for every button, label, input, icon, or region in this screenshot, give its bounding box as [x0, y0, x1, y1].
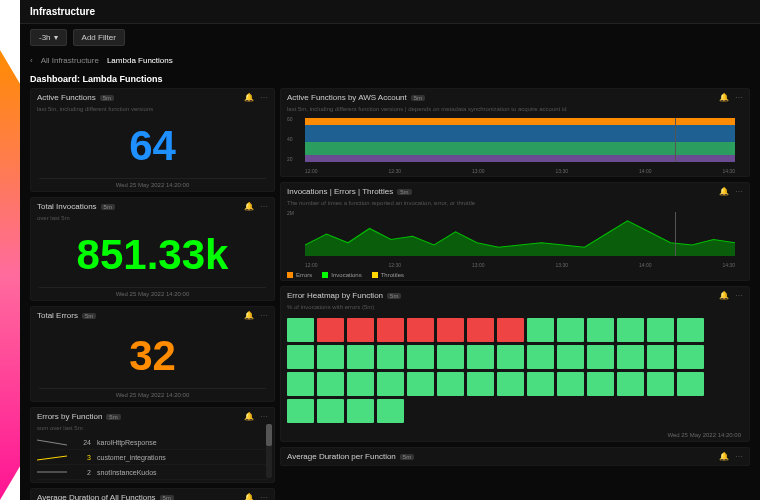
heatmap-cell[interactable] [347, 399, 374, 423]
heatmap-cell[interactable] [377, 345, 404, 369]
total-errors-value: 32 [31, 324, 274, 388]
heatmap-cell[interactable] [467, 345, 494, 369]
heatmap-cell[interactable] [287, 345, 314, 369]
heatmap-cell[interactable] [437, 372, 464, 396]
heatmap-cell[interactable] [647, 318, 674, 342]
heatmap-cell[interactable] [617, 345, 644, 369]
chart-legend: Errors Invocations Throttles [281, 270, 749, 280]
heatmap-cell[interactable] [527, 345, 554, 369]
breadcrumb-all[interactable]: All Infrastructure [41, 56, 99, 65]
bell-icon[interactable]: 🔔 [244, 202, 254, 211]
table-row[interactable]: 24karolHttpResponse [37, 435, 268, 450]
heatmap-cell[interactable] [587, 318, 614, 342]
dashboard-title: Dashboard: Lambda Functions [20, 70, 760, 88]
add-filter-button[interactable]: Add Filter [73, 29, 125, 46]
more-icon[interactable]: ⋯ [260, 93, 268, 102]
heatmap-cell[interactable] [317, 318, 344, 342]
heatmap-cell[interactable] [647, 399, 674, 423]
more-icon[interactable]: ⋯ [735, 452, 743, 461]
heatmap-cell[interactable] [677, 345, 704, 369]
heatmap-cell[interactable] [437, 345, 464, 369]
heatmap-cell[interactable] [677, 399, 704, 423]
sparkline-icon [37, 437, 67, 447]
heatmap-cell[interactable] [347, 372, 374, 396]
back-icon[interactable]: ‹ [30, 56, 33, 65]
heatmap-cell[interactable] [377, 399, 404, 423]
heatmap-cell[interactable] [347, 318, 374, 342]
heatmap-cell[interactable] [407, 372, 434, 396]
heatmap-cell[interactable] [647, 345, 674, 369]
heatmap-cell[interactable] [617, 318, 644, 342]
table-row[interactable]: 2snotInstanceKudos [37, 465, 268, 480]
heatmap-cell[interactable] [287, 399, 314, 423]
svg-line-1 [37, 456, 67, 460]
heatmap-cell[interactable] [497, 345, 524, 369]
heatmap-cell[interactable] [557, 318, 584, 342]
heatmap-cell[interactable] [287, 372, 314, 396]
heatmap-cell[interactable] [617, 399, 644, 423]
heatmap-cell[interactable] [377, 318, 404, 342]
bell-icon[interactable]: 🔔 [719, 187, 729, 196]
heatmap-cell[interactable] [467, 399, 494, 423]
heatmap-cell[interactable] [287, 318, 314, 342]
more-icon[interactable]: ⋯ [735, 93, 743, 102]
heatmap-cell[interactable] [317, 372, 344, 396]
panel-avg-duration-all: Average Duration of All Functions5m🔔⋯ [30, 488, 275, 500]
more-icon[interactable]: ⋯ [260, 202, 268, 211]
heatmap-cell[interactable] [527, 318, 554, 342]
more-icon[interactable]: ⋯ [260, 493, 268, 500]
breadcrumb: ‹ All Infrastructure Lambda Functions [20, 51, 760, 70]
heatmap-cell[interactable] [437, 318, 464, 342]
panel-total-invocations: Total Invocations5m🔔⋯ over last 5m 851.3… [30, 197, 275, 301]
heatmap-cell[interactable] [497, 318, 524, 342]
time-range-dropdown[interactable]: -3h▾ [30, 29, 67, 46]
more-icon[interactable]: ⋯ [260, 311, 268, 320]
heatmap-cell[interactable] [587, 399, 614, 423]
bell-icon[interactable]: 🔔 [244, 493, 254, 500]
heatmap-cell[interactable] [467, 318, 494, 342]
sparkline-icon [37, 452, 67, 462]
heatmap-cell[interactable] [557, 399, 584, 423]
heatmap-cell[interactable] [617, 372, 644, 396]
heatmap-grid [281, 312, 749, 429]
bell-icon[interactable]: 🔔 [244, 93, 254, 102]
total-invocations-value: 851.33k [31, 223, 274, 287]
heatmap-cell[interactable] [437, 399, 464, 423]
heatmap-cell[interactable] [527, 372, 554, 396]
page-header: Infrastructure [20, 0, 760, 24]
heatmap-cell[interactable] [317, 345, 344, 369]
heatmap-cell[interactable] [677, 318, 704, 342]
page-title: Infrastructure [30, 6, 95, 17]
sparkline-icon [37, 467, 67, 477]
heatmap-cell[interactable] [467, 372, 494, 396]
panel-invocations-chart: Invocations | Errors | Throttles5m🔔⋯ The… [280, 182, 750, 281]
panel-error-heatmap: Error Heatmap by Function5m🔔⋯ % of invoc… [280, 286, 750, 442]
bell-icon[interactable]: 🔔 [719, 452, 729, 461]
heatmap-cell[interactable] [407, 318, 434, 342]
heatmap-cell[interactable] [587, 372, 614, 396]
heatmap-cell[interactable] [407, 399, 434, 423]
heatmap-cell[interactable] [497, 372, 524, 396]
heatmap-cell[interactable] [407, 345, 434, 369]
panel-errors-by-function: Errors by Function5m🔔⋯ sum over last 5m … [30, 407, 275, 483]
table-row[interactable]: 3customer_integrations [37, 450, 268, 465]
heatmap-cell[interactable] [557, 345, 584, 369]
heatmap-cell[interactable] [647, 372, 674, 396]
bell-icon[interactable]: 🔔 [244, 311, 254, 320]
scrollbar[interactable] [266, 424, 272, 478]
heatmap-cell[interactable] [527, 399, 554, 423]
heatmap-cell[interactable] [347, 345, 374, 369]
heatmap-cell[interactable] [587, 345, 614, 369]
more-icon[interactable]: ⋯ [260, 412, 268, 421]
more-icon[interactable]: ⋯ [735, 291, 743, 300]
heatmap-cell[interactable] [497, 399, 524, 423]
more-icon[interactable]: ⋯ [735, 187, 743, 196]
bell-icon[interactable]: 🔔 [719, 291, 729, 300]
heatmap-cell[interactable] [557, 372, 584, 396]
heatmap-cell[interactable] [677, 372, 704, 396]
bell-icon[interactable]: 🔔 [719, 93, 729, 102]
panel-active-functions: Active Functions5m🔔⋯ last 5m, including … [30, 88, 275, 192]
heatmap-cell[interactable] [317, 399, 344, 423]
bell-icon[interactable]: 🔔 [244, 412, 254, 421]
heatmap-cell[interactable] [377, 372, 404, 396]
